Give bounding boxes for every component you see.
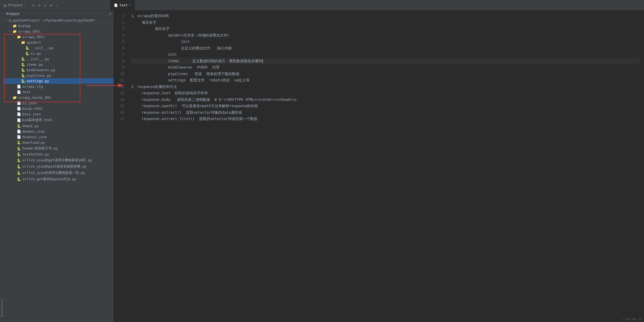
tree-item-11json[interactable]: 📄11.json xyxy=(4,100,114,106)
line-text: 2、response的属性和方法 xyxy=(131,84,177,90)
editor-content[interactable]: 1、scrapy的项目结构项目名字项目名字spiders文件夹（存储的是爬虫文件… xyxy=(127,11,644,322)
py-file-icon: 🐍 xyxy=(21,63,25,66)
tree-item-header_py[interactable]: 🐍header添加双引号.py xyxy=(4,145,114,152)
gear-icon[interactable]: ⚙ xyxy=(50,3,52,7)
line-text: 项目名字 xyxy=(155,25,170,32)
py-file-icon: 🐍 xyxy=(21,79,25,83)
line-number: 15 xyxy=(114,103,124,109)
tree-item-items_py[interactable]: 🐍items.py xyxy=(4,62,114,67)
py-file-icon: 🐍 xyxy=(17,165,21,169)
tree-item-label: scrapy_58tc xyxy=(22,35,45,39)
panel-title: Project xyxy=(6,12,20,16)
tree-arrow-icon: ▾ xyxy=(17,41,21,44)
tree-item-demo2_py[interactable]: 🐍demo2.py xyxy=(4,123,114,129)
tree-item-label: urllib_ajax的get请求豆瓣电影前10页.py xyxy=(22,158,92,163)
panel-icon-1[interactable]: ⚙ xyxy=(109,12,111,16)
tree-item-pythonProject[interactable]: ▾🗂pythonProject ~/PycharmProjects/python… xyxy=(4,18,114,23)
project-dropdown[interactable]: 🗂 Project ▾ xyxy=(3,3,26,7)
editor-line: pipelines 管道 用来处理下载的数据 xyxy=(131,71,640,77)
tree-item-settings_py[interactable]: 🐍settings.py xyxy=(4,78,114,84)
py-file-icon: 🐍 xyxy=(25,51,29,55)
tree-item-init_py[interactable]: 🐍__init__.py xyxy=(4,56,114,62)
tab-bar: 📄 text × xyxy=(110,0,644,10)
line-text: init xyxy=(168,51,177,58)
tree-item-tc_py[interactable]: 🐍tc.py xyxy=(4,51,114,56)
tree-item-pipelines_py[interactable]: 🐍pipelines.py xyxy=(4,73,114,78)
tree-item-text_file[interactable]: 📄text xyxy=(4,89,114,95)
tree-item-hualmg[interactable]: ›📁hualmg xyxy=(4,23,114,29)
tree-item-douban1_json[interactable]: 📄douban1.json xyxy=(4,134,114,140)
bookmarks-strip: Bookmarks xyxy=(0,11,4,322)
project-label: Project xyxy=(8,3,23,7)
add-icon[interactable]: ⊕ xyxy=(32,3,34,7)
editor-area: 1234567891011121314151617 1、scrapy的项目结构项… xyxy=(114,11,644,322)
tree-item-label: spiders xyxy=(27,40,41,44)
py-file-icon: 🐍 xyxy=(21,68,25,72)
tree-item-label: douban.json xyxy=(22,129,45,133)
sync-icon[interactable]: ⇌ xyxy=(44,3,46,7)
title-bar-left: 🗂 Project ▾ ⊕ ≡ ⇌ ⚙ — xyxy=(0,3,110,7)
tree-item-label: tc.py xyxy=(31,51,41,55)
tree-item-label: boss.json xyxy=(22,112,41,116)
main-area: Bookmarks Project ⚙ ▾🗂pythonProject ~/Py… xyxy=(0,11,644,322)
tree-item-label: testPython.py xyxy=(22,152,49,156)
py-file-icon: 🐍 xyxy=(17,141,21,144)
generic-file-icon: 📄 xyxy=(17,118,21,122)
tab-text[interactable]: 📄 text × xyxy=(110,0,135,10)
py-file-icon: 🐍 xyxy=(17,124,21,128)
tree-item-scrapy_58tc_inner[interactable]: ▾📁scrapy_58tc xyxy=(4,34,114,40)
tree-item-urllib_ajax3[interactable]: 🐍urllib_ajax的请求豆瓣电影第一页.py xyxy=(4,170,114,176)
list-icon[interactable]: ≡ xyxy=(38,3,40,7)
tree-item-urllib_get[interactable]: 🐍urllib_get请求的quote方法.py xyxy=(4,176,114,182)
tree-item-urllib_ajax2[interactable]: 🐍urllib_ajax的post请求肯德基官网.py xyxy=(4,163,114,170)
generic-file-icon: 📄 xyxy=(17,101,21,105)
tree-item-label: settings.py xyxy=(27,79,49,83)
line-text: 1、scrapy的项目结构 xyxy=(131,13,169,19)
line-number: 12 xyxy=(114,84,124,90)
tree-item-download_py[interactable]: 🐍download.py xyxy=(4,140,114,145)
tree-item-scrapy_58tc[interactable]: ▾📁scrapy_58tc xyxy=(4,29,114,34)
tree-item-urllib_ajax1[interactable]: 🐍urllib_ajax的get请求豆瓣电影前10页.py xyxy=(4,157,114,163)
tree-arrow-icon: ▾ xyxy=(5,19,8,22)
tree-item-douban_json[interactable]: 📄douban.json xyxy=(4,129,114,134)
tree-item-init_py_spider[interactable]: 🐍__init__.py xyxy=(4,45,114,51)
line-number: 1 xyxy=(114,13,124,19)
tree-item-scrapy_baidu_091[interactable]: ›📁scrapy_baidu_091 xyxy=(4,95,114,100)
tree-item-label: text xyxy=(22,90,30,94)
line-text: middlewares 中间件 代理 xyxy=(168,64,219,71)
py-file-icon: 🐍 xyxy=(17,147,21,150)
tab-close-button[interactable]: × xyxy=(129,3,131,7)
tree-item-middlewares_py[interactable]: 🐍middlewares.py xyxy=(4,67,114,73)
editor-line: init xyxy=(131,38,640,45)
line-text: 项目名字 xyxy=(142,19,156,26)
dropdown-arrow-icon[interactable]: ▾ xyxy=(24,4,26,7)
editor-line: 自定义的爬虫文件 核心功能 xyxy=(131,45,640,51)
tree-item-label: urllib_ajax的post请求肯德基官网.py xyxy=(22,164,87,169)
tree-item-baidu_html[interactable]: 📄baidu.html xyxy=(4,106,114,111)
tree-item-scrapy_cfg[interactable]: 📄scrapy.cfg xyxy=(4,84,114,89)
line-text: response.extract() 提取selector对象的data属性值 xyxy=(142,109,242,116)
generic-file-icon: 📄 xyxy=(17,85,21,89)
tree-item-boss_json[interactable]: 📄boss.json xyxy=(4,111,114,117)
tree-item-label: hualmg xyxy=(18,24,30,28)
line-text: response.text 获取的是响应字符串 xyxy=(142,90,208,96)
editor-line: items 定义数据结构的地方，爬取数据都包含哪些 xyxy=(131,58,640,64)
editor-line: 项目名字 xyxy=(131,19,640,26)
tree-item-label: pythonProject ~/PycharmProjects/pythonPr xyxy=(13,18,95,22)
folder-icon: 📁 xyxy=(13,96,17,100)
minimize-icon[interactable]: — xyxy=(56,3,58,7)
tree-item-spiders[interactable]: ▾📁spiders xyxy=(4,40,114,45)
line-text: items 定义数据结构的地方，爬取数据都包含哪些 xyxy=(168,58,263,64)
line-number: 8 xyxy=(114,58,124,64)
folder-icon: 📁 xyxy=(17,35,21,39)
editor-line: init xyxy=(131,51,640,58)
tree-item-bs4_html[interactable]: 📄bs4基本使用.html xyxy=(4,117,114,123)
tree-item-testPython_py[interactable]: 🐍testPython.py xyxy=(4,152,114,157)
title-bar: 🗂 Project ▾ ⊕ ≡ ⇌ ⚙ — 📄 text × xyxy=(0,0,644,11)
editor-line: spiders文件夹（存储的是爬虫文件） xyxy=(131,32,640,39)
editor-line: 1、scrapy的项目结构 xyxy=(131,13,640,19)
line-text: settings 配置文件 robots协议 ua定义等 xyxy=(168,77,250,84)
tree-item-label: __init__.py xyxy=(27,57,49,61)
toolbar-icons: ⊕ ≡ ⇌ ⚙ — xyxy=(32,3,58,7)
tab-file-icon: 📄 xyxy=(114,3,118,7)
